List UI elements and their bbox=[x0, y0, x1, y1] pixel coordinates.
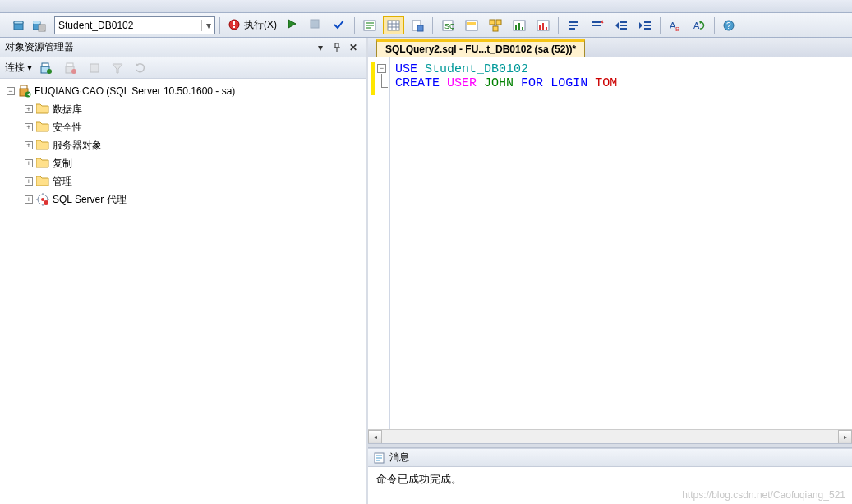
svg-text:SQL: SQL bbox=[444, 22, 454, 30]
fold-toggle-icon[interactable]: − bbox=[377, 64, 386, 73]
outdent-icon[interactable] bbox=[610, 16, 632, 34]
tree-node-sql-agent[interactable]: + SQL Server 代理 bbox=[2, 190, 364, 208]
kw-for: FOR bbox=[521, 76, 543, 90]
svg-marker-79 bbox=[36, 122, 48, 131]
svg-rect-27 bbox=[467, 22, 476, 25]
expand-icon[interactable]: + bbox=[25, 123, 33, 131]
fold-guide-line bbox=[381, 74, 382, 88]
expand-icon[interactable]: + bbox=[25, 195, 33, 204]
svg-rect-35 bbox=[518, 23, 520, 30]
tree-node-security[interactable]: + 安全性 bbox=[2, 118, 364, 136]
kw-user: USER bbox=[447, 76, 477, 90]
toolbar-separator-5 bbox=[660, 17, 661, 34]
refresh-icon[interactable] bbox=[131, 59, 150, 77]
svg-rect-69 bbox=[67, 63, 73, 66]
node-label: SQL Server 代理 bbox=[53, 193, 127, 207]
editor-horizontal-scrollbar[interactable]: ◂ ▸ bbox=[368, 429, 852, 443]
kw-use: USE bbox=[395, 62, 417, 76]
stop-icon[interactable] bbox=[85, 59, 104, 77]
sql-editor[interactable]: − USE Student_DB0102 CREATE USER JOHN FO… bbox=[368, 57, 852, 429]
expand-icon[interactable]: + bbox=[25, 141, 33, 149]
execute-label: 执行(X) bbox=[244, 18, 277, 32]
results-to-grid-button[interactable] bbox=[383, 16, 404, 34]
object-explorer-header: 对象资源管理器 ▾ ✕ bbox=[0, 38, 366, 57]
collapse-icon[interactable]: − bbox=[7, 87, 15, 95]
query-stats-button[interactable] bbox=[509, 16, 530, 34]
connect-server-icon[interactable] bbox=[35, 59, 57, 77]
node-label: 安全性 bbox=[53, 121, 82, 135]
results-to-text-button[interactable] bbox=[359, 16, 380, 34]
folder-icon bbox=[36, 121, 49, 134]
svg-rect-23 bbox=[417, 25, 423, 31]
svg-rect-34 bbox=[515, 25, 517, 30]
execute-button[interactable]: 执行(X) bbox=[224, 16, 281, 34]
expand-icon[interactable]: + bbox=[25, 159, 33, 167]
code-area[interactable]: USE Student_DB0102 CREATE USER JOHN FOR … bbox=[390, 57, 622, 429]
result-mode-group bbox=[359, 16, 428, 34]
execute-icon bbox=[228, 19, 242, 32]
svg-rect-26 bbox=[466, 21, 477, 30]
query-plan-icon-button[interactable] bbox=[485, 16, 506, 34]
query-stats-live-button[interactable] bbox=[532, 16, 554, 34]
database-selector[interactable]: Student_DB0102 ▾ bbox=[54, 16, 215, 34]
db-refresh-icon[interactable] bbox=[13, 19, 26, 32]
toolbar-separator-3 bbox=[432, 17, 433, 34]
database-selector-value: Student_DB0102 bbox=[55, 20, 201, 31]
query-plan-button[interactable]: SQL bbox=[437, 16, 458, 34]
tree-node-databases[interactable]: + 数据库 bbox=[2, 100, 364, 118]
play-icon bbox=[287, 19, 300, 32]
watermark-text: https://blog.csdn.net/Caofuqiang_521 bbox=[682, 489, 845, 501]
node-label: 管理 bbox=[53, 175, 72, 189]
disconnect-icon[interactable] bbox=[60, 59, 81, 77]
database-selector-dropdown-icon[interactable]: ▾ bbox=[201, 20, 214, 31]
panel-pin-icon[interactable] bbox=[329, 40, 344, 55]
panel-close-icon[interactable]: ✕ bbox=[346, 40, 361, 55]
messages-tab-label[interactable]: 消息 bbox=[389, 451, 409, 465]
panel-dropdown-icon[interactable]: ▾ bbox=[313, 40, 328, 55]
messages-tab-row: 消息 bbox=[368, 449, 852, 467]
tree-server-node[interactable]: − FUQIANG·CAO (SQL Server 10.50.1600 - s… bbox=[2, 82, 364, 100]
editor-tab-strip: SQLQuery2.sql - FU...t_DB0102 (sa (52))* bbox=[368, 38, 852, 57]
server-icon bbox=[18, 85, 31, 98]
text-format-group bbox=[563, 16, 656, 34]
parse-check-button[interactable] bbox=[329, 16, 350, 34]
svg-rect-71 bbox=[90, 64, 99, 72]
svg-rect-12 bbox=[311, 20, 319, 28]
db-list-icon[interactable] bbox=[33, 19, 46, 32]
svg-marker-81 bbox=[36, 158, 48, 167]
play-button[interactable] bbox=[283, 16, 304, 34]
svg-rect-38 bbox=[539, 25, 541, 30]
connect-dropdown[interactable]: 连接 ▾ bbox=[5, 61, 32, 75]
debug-button[interactable] bbox=[306, 16, 327, 34]
scroll-left-icon[interactable]: ◂ bbox=[368, 430, 382, 444]
folder-icon bbox=[36, 175, 49, 188]
expand-icon[interactable]: + bbox=[25, 177, 33, 186]
svg-marker-82 bbox=[36, 176, 48, 186]
tree-node-server-objects[interactable]: + 服务器对象 bbox=[2, 136, 364, 154]
results-to-file-button[interactable] bbox=[407, 16, 428, 34]
editor-tab-active[interactable]: SQLQuery2.sql - FU...t_DB0102 (sa (52))* bbox=[376, 39, 585, 57]
comment-icon[interactable] bbox=[563, 16, 584, 34]
uncomment-icon[interactable] bbox=[587, 16, 608, 34]
query-options-button[interactable] bbox=[461, 16, 482, 34]
filter-icon[interactable] bbox=[108, 59, 127, 77]
tree-node-replication[interactable]: + 复制 bbox=[2, 154, 364, 172]
expand-icon[interactable]: + bbox=[25, 105, 33, 113]
intellisense-a-icon[interactable]: AB bbox=[665, 16, 686, 34]
scroll-right-icon[interactable]: ▸ bbox=[838, 430, 852, 444]
svg-point-84 bbox=[41, 198, 44, 201]
svg-rect-9 bbox=[233, 21, 235, 25]
db-name: Student_DB0102 bbox=[425, 62, 528, 76]
tree-node-management[interactable]: + 管理 bbox=[2, 172, 364, 190]
svg-rect-10 bbox=[233, 26, 235, 28]
help-icon[interactable]: ? bbox=[719, 16, 739, 34]
svg-marker-48 bbox=[615, 22, 619, 29]
sql-agent-icon bbox=[36, 193, 49, 206]
svg-point-70 bbox=[71, 69, 76, 74]
scroll-track[interactable] bbox=[382, 430, 838, 444]
object-explorer-tree[interactable]: − FUQIANG·CAO (SQL Server 10.50.1600 - s… bbox=[0, 79, 366, 504]
intellisense-refresh-icon[interactable]: A bbox=[689, 16, 710, 34]
indent-icon[interactable] bbox=[634, 16, 656, 34]
id-tom: TOM bbox=[595, 76, 617, 90]
svg-rect-66 bbox=[42, 63, 48, 66]
